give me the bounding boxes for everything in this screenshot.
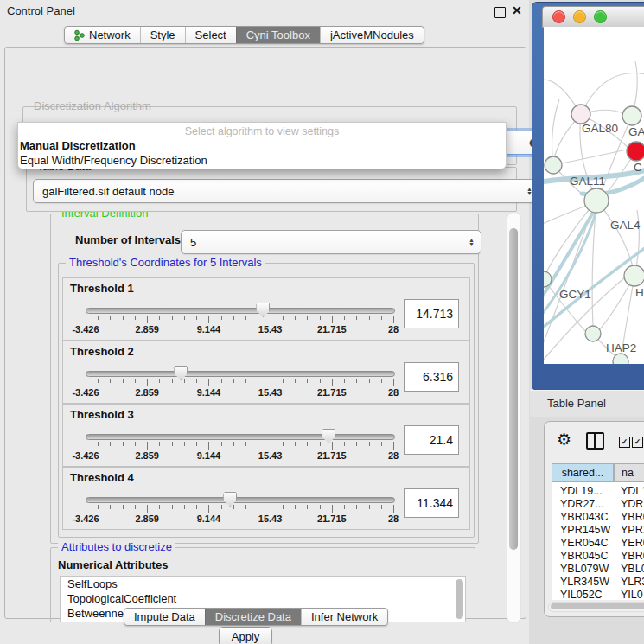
tab-style[interactable]: Style	[140, 27, 185, 43]
close-icon[interactable]: ✕	[512, 3, 522, 17]
tab-impute-data[interactable]: Impute Data	[124, 609, 205, 625]
tick	[110, 505, 111, 509]
table-row[interactable]: YBR043CYBR0	[552, 511, 644, 524]
table-data-combobox[interactable]: galFiltered.sif default node ▲▼	[33, 179, 539, 203]
cell-shared-name[interactable]: YIL052C	[560, 589, 612, 601]
cell-name[interactable]: YBR0	[621, 550, 644, 562]
table-row[interactable]: YER054CYER0	[552, 537, 644, 550]
cell-name[interactable]: YDR2	[621, 498, 644, 510]
gear-icon[interactable]: ⚙	[557, 430, 571, 450]
network-edge[interactable]	[553, 150, 627, 165]
threshold-value-field[interactable]: 14.713	[404, 299, 459, 328]
slider-track[interactable]	[86, 497, 395, 503]
tick	[184, 316, 185, 320]
settings-scrollbar-thumb[interactable]	[509, 228, 518, 550]
attributes-list-scrollbar-thumb[interactable]	[456, 579, 463, 619]
network-node[interactable]	[624, 265, 644, 286]
threshold-value-field[interactable]: 21.4	[404, 425, 459, 455]
table-row[interactable]: YBR045CYBR0	[552, 550, 644, 563]
slider-track[interactable]	[86, 371, 395, 377]
threshold-value-field[interactable]: 11.344	[404, 488, 459, 518]
tab-discretize-data[interactable]: Discretize Data	[205, 609, 301, 625]
settings-vertical-scrollbar[interactable]	[507, 212, 521, 623]
column-header-na[interactable]: na	[614, 463, 644, 482]
tab-select[interactable]: Select	[185, 27, 236, 43]
cell-name[interactable]: YPR1	[621, 524, 644, 536]
table-row[interactable]: YDL19...YDL1	[552, 485, 644, 498]
column-header-shared[interactable]: shared...	[552, 463, 614, 482]
checkbox-icon[interactable]: ✓	[632, 437, 643, 448]
network-edge-thick[interactable]	[544, 214, 596, 319]
cell-name[interactable]: YIL0	[621, 589, 644, 601]
tick	[159, 505, 160, 509]
threshold-slider-2[interactable]: -3.4262.8599.14415.4321.71528	[79, 366, 400, 400]
table-row[interactable]: YIL052CYIL0	[552, 589, 644, 602]
cell-name[interactable]: YBR0	[621, 511, 644, 523]
network-edge-thick[interactable]	[544, 204, 598, 300]
tick	[147, 505, 148, 513]
tab-jactivemnodules[interactable]: jActiveMNodules	[320, 27, 424, 43]
table-row[interactable]: YLR345WYLR3	[552, 576, 644, 589]
algorithm-option-equal-width-frequency-discretization[interactable]: Equal Width/Frequency Discretization	[18, 153, 506, 168]
cell-shared-name[interactable]: YBL079W	[560, 563, 612, 575]
tick	[320, 316, 321, 320]
table-row[interactable]: YPR145WYPR1	[552, 524, 644, 537]
axis-label: 15.43	[258, 513, 283, 524]
network-edge[interactable]	[552, 99, 559, 165]
network-node[interactable]	[613, 354, 628, 364]
slider-track[interactable]	[86, 434, 395, 440]
network-node[interactable]	[545, 156, 562, 174]
network-icon	[74, 29, 85, 41]
close-traffic-light[interactable]	[552, 10, 565, 23]
tab-infer-network[interactable]: Infer Network	[301, 609, 387, 625]
network-canvas[interactable]: GAL80GACGAL11GAL4GCY1HHAP2	[544, 27, 644, 364]
tab-cyni-toolbox[interactable]: Cyni Toolbox	[236, 27, 320, 43]
cell-name[interactable]: YDL1	[621, 485, 644, 497]
float-window-icon[interactable]	[494, 7, 506, 18]
tab-network[interactable]: Network	[65, 27, 140, 43]
algorithm-option-manual-discretization[interactable]: Manual Discretization	[18, 138, 506, 153]
tick	[86, 442, 86, 450]
cell-shared-name[interactable]: YER054C	[560, 537, 612, 549]
network-node[interactable]	[622, 106, 641, 125]
threshold-slider-3[interactable]: -3.4262.8599.14415.4321.71528	[79, 429, 400, 463]
cell-shared-name[interactable]: YBR043C	[560, 511, 612, 523]
network-node[interactable]	[585, 326, 601, 341]
threshold-value-field[interactable]: 6.316	[404, 362, 459, 392]
cell-shared-name[interactable]: YDR27...	[560, 498, 612, 510]
cell-name[interactable]: YLR3	[621, 576, 644, 588]
apply-button[interactable]: Apply	[219, 627, 272, 644]
network-node-label-hap2: HAP2	[606, 341, 636, 354]
threshold-slider-4[interactable]: -3.4262.8599.14415.4321.71528	[79, 492, 400, 526]
threshold-slider-1[interactable]: -3.4262.8599.14415.4321.71528	[79, 303, 400, 337]
algorithm-dropdown-popup: Select algorithm to view settings Manual…	[17, 122, 507, 169]
cell-shared-name[interactable]: YLR345W	[560, 576, 612, 588]
table-scrollbar-thumb[interactable]	[551, 603, 644, 609]
table-horizontal-scrollbar[interactable]	[548, 602, 644, 612]
algorithm-placeholder-option[interactable]: Select algorithm to view settings	[18, 123, 506, 138]
tick	[98, 442, 99, 446]
minimize-traffic-light[interactable]	[573, 10, 586, 23]
tab-label: Network	[89, 29, 131, 41]
network-node[interactable]	[571, 105, 590, 124]
attribute-item-topologicalcoefficient[interactable]: TopologicalCoefficient	[61, 591, 465, 606]
cell-name[interactable]: YER0	[621, 537, 644, 549]
cell-name[interactable]: YBL0	[621, 563, 644, 575]
table-row[interactable]: YBL079WYBL0	[552, 563, 644, 576]
zoom-traffic-light[interactable]	[594, 10, 607, 23]
slider-track[interactable]	[86, 308, 395, 314]
attribute-item-selfloops[interactable]: SelfLoops	[61, 577, 465, 591]
threshold-coordinates-group: Threshold's Coordinates for 5 Intervals …	[58, 263, 475, 538]
network-edge[interactable]	[544, 205, 589, 226]
checkbox-icon[interactable]: ✓	[619, 437, 630, 448]
number-of-intervals-combobox[interactable]: 5 ▲▼	[181, 230, 481, 254]
network-node[interactable]	[627, 142, 644, 161]
cell-shared-name[interactable]: YDL19...	[560, 485, 612, 497]
network-node[interactable]	[584, 188, 609, 213]
tick	[221, 442, 222, 446]
table-row[interactable]: YDR27...YDR2	[552, 498, 644, 511]
split-columns-icon[interactable]	[586, 432, 604, 450]
tick	[271, 379, 271, 386]
cell-shared-name[interactable]: YBR045C	[560, 550, 612, 562]
cell-shared-name[interactable]: YPR145W	[560, 524, 612, 536]
